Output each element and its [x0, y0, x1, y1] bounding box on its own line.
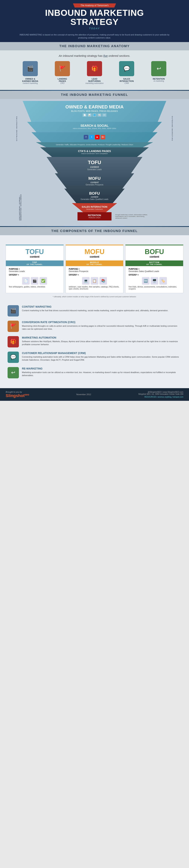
- webinar-icon: 💻: [140, 175, 145, 181]
- bofu-offer-area: 🆓 🖥️ 🏷️ free trials, demos, assessments,…: [130, 191, 161, 201]
- mofu-catalog-icon: 📚: [100, 277, 107, 285]
- bofu-trial-icon: 🆓: [142, 277, 150, 285]
- cro-content: CONVERSION RATE OPTIMIZATION (CRO) Maxim…: [22, 321, 182, 331]
- crm-title: CUSTOMER RELATIONSHIP MANAGEMENT (CRM): [22, 351, 182, 354]
- mofu-word-label: content: [69, 255, 120, 258]
- bofu-of-funnel: OF THE FUNNEL: [127, 264, 182, 266]
- crm-detail-icon: 💬: [7, 351, 19, 363]
- retention-title: RETENTION: [79, 214, 110, 217]
- tofu-offer-icons: 📄 🎬 ✅: [148, 160, 179, 166]
- sales-title: SALES INTERACTION: [76, 206, 113, 208]
- mofu-offer-text: webinars, case studies, free samples, ca…: [140, 182, 170, 187]
- social-icons-row: f t ▶ G+: [39, 135, 150, 140]
- search-sub: micro-conversions: likes, shares, RTs, c…: [34, 127, 155, 129]
- funnel-level-tofu: TOFU content Generates Leads 📄 🎬 ✅ free …: [47, 157, 142, 174]
- bofu-purpose-label: PURPOSE =: [129, 268, 180, 270]
- lead-nurturing-icon: 🎁: [87, 61, 102, 76]
- funnel-level-retention: RETENTION Reduces Churn thought leadersh…: [78, 212, 111, 220]
- anatomy-label-1: OWNED &EARNED MEDIA: [15, 78, 45, 82]
- footer-logo-suffix: seo: [25, 393, 29, 396]
- cta-title: CTA's & LANDING PAGES: [48, 150, 141, 153]
- footer-left: Brought to you by Slingshotseo: [6, 391, 29, 398]
- tofu-video-icon: 🎬: [31, 277, 38, 285]
- anatomy-label-2: LANDINGPAGES: [47, 78, 78, 82]
- title-line2: STRATEGY: [70, 17, 118, 27]
- marketing-automation-detail-icon: 🎁: [7, 336, 19, 347]
- funnel-level-mofu: MOFU content Generates Prospects 💻 📋 📃 w…: [55, 173, 134, 189]
- detail-remarketing: ↩ RE-MARKETING Marketing automation tool…: [7, 367, 182, 378]
- bofu-demo-icon: 🖥️: [151, 277, 158, 285]
- offer-label-cta: OFFER 📄 📚 🎬 free whitepapers, guides, eb…: [153, 146, 183, 158]
- mofu-purpose: Generates Prospects: [69, 270, 120, 272]
- tofu-offer-area: 📄 🎬 ✅ free whitepapers, guides, ebooks, …: [148, 160, 179, 170]
- facebook-icon: f: [84, 135, 88, 140]
- sales-interaction-icon: 💬: [119, 61, 134, 76]
- tofu-purpose: Generates Leads: [9, 270, 60, 272]
- tofu-header: TOFU content: [9, 248, 60, 258]
- funnel-level-sales: SALES INTERACTION Generates Customers: [72, 203, 117, 212]
- detail-content-marketing: 🎬 CONTENT MARKETING Content marketing is…: [7, 305, 182, 316]
- bofu-coupon-icon: 🏷️: [159, 277, 167, 285]
- doc-offer-icon: 📄: [148, 160, 154, 166]
- twitter-icon: t: [89, 135, 94, 140]
- mofu-offers-text: webinars, case studies, free samples, ca…: [69, 286, 120, 290]
- tofu-offer-icons: 📄 🎬 ✅: [9, 277, 60, 285]
- content-marketing-title: CONTENT MARKETING: [22, 305, 168, 308]
- funnel-level-search: SEARCH & SOCIAL micro-conversions: likes…: [27, 122, 162, 132]
- ebook-icon: 📚: [159, 149, 165, 154]
- funnel-level-gen: Generates Traffic, Educates Prospects, G…: [36, 142, 153, 148]
- tofu-word-label: content: [9, 255, 60, 258]
- remarketing-detail-icon: ↩: [7, 367, 19, 378]
- anatomy-label-3: LEADNURTURING: [79, 78, 110, 82]
- check-offer-icon: ✅: [161, 160, 167, 166]
- funnel-level-social-icons: f t ▶ G+: [31, 132, 158, 143]
- tofu-card: TOFU content TOP OF THE FUNNEL PURPOSE =…: [6, 245, 64, 293]
- cro-text: Maximizing click-throughs on calls-to-ac…: [22, 324, 182, 331]
- bofu-word-label: content: [129, 255, 180, 258]
- mofu-header: MOFU content: [69, 248, 120, 258]
- youtube-icon: ▶: [95, 135, 100, 140]
- funnel-section-title: THE INBOUND MARKETING FUNNEL: [0, 91, 189, 99]
- cro-title: CONVERSION RATE OPTIMIZATION (CRO): [22, 321, 182, 324]
- mofu-sub: Generates Prospects: [60, 184, 129, 186]
- coupon-icon: 🏷️: [143, 191, 149, 197]
- bofu-title: BOFU: [68, 191, 121, 195]
- bofu-offer-text: free trials, demos, assessments, consult…: [130, 197, 161, 201]
- tofu-title: TOFU: [52, 160, 137, 165]
- anatomy-section: An inbound marketing strategy has five o…: [0, 50, 189, 90]
- tofu-top: TOP: [7, 261, 62, 264]
- retention-note: thought leadership content, deliverables…: [115, 214, 151, 219]
- crm-text: Connecting marketing automation tools wi…: [22, 355, 182, 362]
- mofu-subtitle: MIDDLE OF THE FUNNEL: [66, 260, 124, 266]
- anatomy-sub-5: re-marketing: [144, 80, 174, 82]
- tofu-word: content: [52, 165, 137, 168]
- bofu-bottom: BOTTOM: [127, 261, 182, 264]
- resources-label: RESOURCES:: [144, 396, 157, 398]
- trial-icon: 🆓: [130, 191, 136, 197]
- cta-offer-text: free whitepapers, guides, ebooks, videos…: [153, 155, 183, 158]
- bofu-header: BOFU content: [129, 248, 180, 258]
- video-offer-icon: 🎬: [155, 160, 160, 166]
- anatomy-sub-3: marketing automation: [79, 82, 110, 84]
- funnel-level-cta: CTA's & LANDING PAGES macro-conversion: …: [40, 147, 149, 157]
- tofu-check-icon: ✅: [39, 277, 47, 285]
- bofu-offers-text: free trials, demos, assessments, consult…: [129, 286, 180, 290]
- content-marketing-content: CONTENT MARKETING Content marketing is t…: [22, 305, 168, 312]
- mofu-offers-label: OFFERS* =: [69, 274, 120, 276]
- content-marketing-text: Content marketing is the fuel that drive…: [22, 309, 168, 312]
- mofu-middle: MIDDLE: [67, 261, 122, 264]
- marketing-automation-content: MARKETING AUTOMATION Software solutions …: [22, 336, 182, 346]
- mofu-title: MOFU: [60, 176, 129, 181]
- main-title: INBOUND MARKETING STRATEGY: [4, 8, 185, 27]
- detail-cro: 🚩 CONVERSION RATE OPTIMIZATION (CRO) Max…: [7, 321, 182, 332]
- content-marketing-detail-icon: 🎬: [7, 305, 19, 316]
- components-grid: TOFU content TOP OF THE FUNNEL PURPOSE =…: [6, 245, 183, 293]
- retention-sub: Reduces Churn: [79, 217, 110, 219]
- footer-brought-by: Brought to you by: [6, 391, 29, 393]
- anatomy-sub-1: content marketing: [15, 82, 45, 84]
- chart-icon: 📊: [87, 113, 92, 117]
- doc-icon: 📄: [83, 113, 87, 117]
- owned-icons: 📄 📊 🌐 📰 •••: [30, 113, 159, 117]
- funnel-wrapper: OUTBOUND MARKETING OUTBOUND MARKETING LE…: [15, 101, 174, 220]
- sheet-icon: 📃: [153, 175, 158, 181]
